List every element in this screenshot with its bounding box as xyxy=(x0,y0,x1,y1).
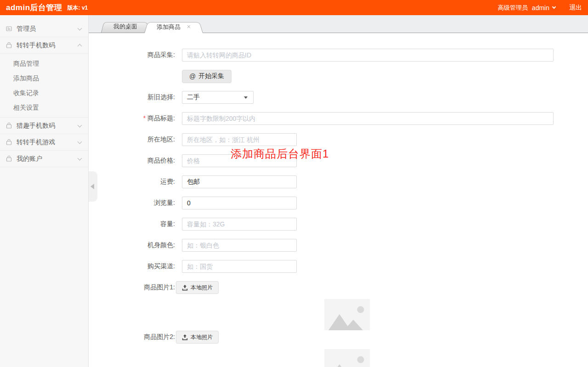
field-label-shipping: 运费: xyxy=(89,178,182,186)
add-product-form: 商品采集: @ 开始采集 新旧选择: 二手 *商品标题: 所在地区: xyxy=(89,33,588,367)
main-area: 我的桌面 添加商品 × 商品采集: @ 开始采集 新旧选择: 二手 xyxy=(89,15,588,367)
field-label-image1: 商品图片1: xyxy=(89,283,182,292)
triangle-left-icon xyxy=(90,184,94,189)
form-row-price: 商品价格: xyxy=(89,154,588,167)
condition-select-value: 二手 xyxy=(187,93,200,102)
region-input[interactable] xyxy=(182,133,297,146)
sidebar-collapse-handle[interactable] xyxy=(89,171,97,202)
at-icon: @ xyxy=(189,73,196,80)
sidebar-item-collect-records[interactable]: 收集记录 xyxy=(0,85,88,100)
field-label-condition: 新旧选择: xyxy=(89,93,182,102)
capacity-input[interactable] xyxy=(182,218,297,231)
bag-icon xyxy=(6,155,12,162)
tab-label: 我的桌面 xyxy=(113,23,137,30)
form-row-channel: 购买渠道: xyxy=(89,260,588,273)
sidebar-item-label: 猎趣手机数码 xyxy=(17,122,55,130)
upload-icon xyxy=(182,334,188,340)
upload-photo-button-2[interactable]: 本地照片 xyxy=(176,331,219,344)
image-preview-placeholder-1 xyxy=(324,299,370,330)
field-label-body-color: 机身颜色: xyxy=(89,241,182,249)
sidebar-item-product-manage[interactable]: 商品管理 xyxy=(0,56,88,71)
tab-label: 添加商品 xyxy=(157,23,181,30)
close-tab-icon[interactable]: × xyxy=(187,23,191,30)
channel-input[interactable] xyxy=(182,260,297,273)
shipping-input[interactable] xyxy=(182,175,297,188)
app-title: admin后台管理 xyxy=(6,2,62,13)
field-label-price: 商品价格: xyxy=(89,157,182,165)
sidebar-submenu: 商品管理 添加商品 收集记录 相关设置 xyxy=(0,54,88,118)
chevron-down-icon xyxy=(78,139,82,144)
logout-button[interactable]: 退出 xyxy=(569,4,582,12)
app-version: 版本: v1 xyxy=(68,4,88,12)
sidebar-item-zhuanzhuan-games[interactable]: 转转手机游戏 xyxy=(0,134,88,151)
form-row-title: *商品标题: xyxy=(89,112,588,125)
upload-photo-button-1[interactable]: 本地照片 xyxy=(176,281,219,294)
form-row-capacity: 容量: xyxy=(89,218,588,231)
sidebar-item-liequ-digital[interactable]: 猎趣手机数码 xyxy=(0,118,88,134)
username: admin xyxy=(532,4,549,11)
field-label-capacity: 容量: xyxy=(89,220,182,228)
chevron-down-icon xyxy=(78,123,82,127)
field-label-channel: 购买渠道: xyxy=(89,262,182,271)
form-row-collect-button: @ 开始采集 xyxy=(89,70,588,83)
condition-select[interactable]: 二手 xyxy=(182,91,254,104)
field-label-region: 所在地区: xyxy=(89,136,182,144)
sidebar-item-label: 我的账户 xyxy=(17,155,42,163)
annotation-text: 添加商品后台界面1 xyxy=(231,147,329,161)
start-collect-label: 开始采集 xyxy=(198,72,224,80)
sidebar-item-label: 转转手机游戏 xyxy=(17,138,55,147)
bag-icon xyxy=(6,139,12,146)
field-label-title: *商品标题: xyxy=(89,114,182,123)
sidebar-item-add-product[interactable]: 添加商品 xyxy=(0,71,88,85)
form-row-condition: 新旧选择: 二手 xyxy=(89,91,588,104)
chevron-up-icon xyxy=(78,44,82,49)
form-row-body-color: 机身颜色: xyxy=(89,239,588,252)
sidebar-item-label: 管理员 xyxy=(17,25,36,33)
upload-photo-label: 本地照片 xyxy=(191,333,213,341)
title-input[interactable] xyxy=(182,112,554,125)
contact-card-icon xyxy=(6,25,12,32)
caret-down-icon xyxy=(244,96,248,99)
sidebar-item-zhuanzhuan-digital[interactable]: 转转手机数码 xyxy=(0,37,88,54)
header-right: 高级管理员 admin 退出 xyxy=(498,4,582,12)
field-label-collect: 商品采集: xyxy=(89,51,182,59)
form-row-views: 浏览量: xyxy=(89,197,588,209)
bag-icon xyxy=(6,122,12,129)
form-row-image1: 商品图片1: 本地照片 xyxy=(89,281,588,294)
sidebar: 管理员 转转手机数码 商品管理 添加商品 收集记录 相关设置 猎趣手机数码 转转… xyxy=(0,15,89,367)
form-row-region: 所在地区: xyxy=(89,133,588,146)
upload-icon xyxy=(182,285,188,291)
start-collect-button[interactable]: @ 开始采集 xyxy=(182,70,232,83)
chevron-down-icon xyxy=(552,5,556,9)
form-row-shipping: 运费: xyxy=(89,175,588,188)
views-input[interactable] xyxy=(182,197,297,209)
body-color-input[interactable] xyxy=(182,239,297,252)
tab-add-product[interactable]: 添加商品 × xyxy=(144,21,203,33)
field-label-image2: 商品图片2: xyxy=(89,333,182,341)
upload-photo-label: 本地照片 xyxy=(191,284,213,292)
image-preview-placeholder-2 xyxy=(324,349,370,367)
user-role: 高级管理员 xyxy=(498,4,528,12)
chevron-down-icon xyxy=(78,26,82,30)
image-placeholder-icon xyxy=(324,299,370,330)
user-menu[interactable]: admin xyxy=(532,4,555,11)
sidebar-item-label: 转转手机数码 xyxy=(17,41,55,50)
tab-bar: 我的桌面 添加商品 × xyxy=(89,15,588,33)
field-label-views: 浏览量: xyxy=(89,199,182,207)
chevron-down-icon xyxy=(78,156,82,160)
sidebar-item-my-account[interactable]: 我的账户 xyxy=(0,151,88,167)
tab-my-desktop[interactable]: 我的桌面 xyxy=(101,21,150,33)
image-placeholder-icon xyxy=(324,349,370,367)
collect-input[interactable] xyxy=(182,49,554,62)
form-row-collect: 商品采集: xyxy=(89,49,588,62)
sidebar-item-related-settings[interactable]: 相关设置 xyxy=(0,100,88,115)
bag-icon xyxy=(6,42,12,49)
top-header: admin后台管理 版本: v1 高级管理员 admin 退出 xyxy=(0,0,588,15)
form-row-image2: 商品图片2: 本地照片 xyxy=(89,331,588,344)
required-mark: * xyxy=(143,114,146,122)
sidebar-item-admin[interactable]: 管理员 xyxy=(0,21,88,37)
